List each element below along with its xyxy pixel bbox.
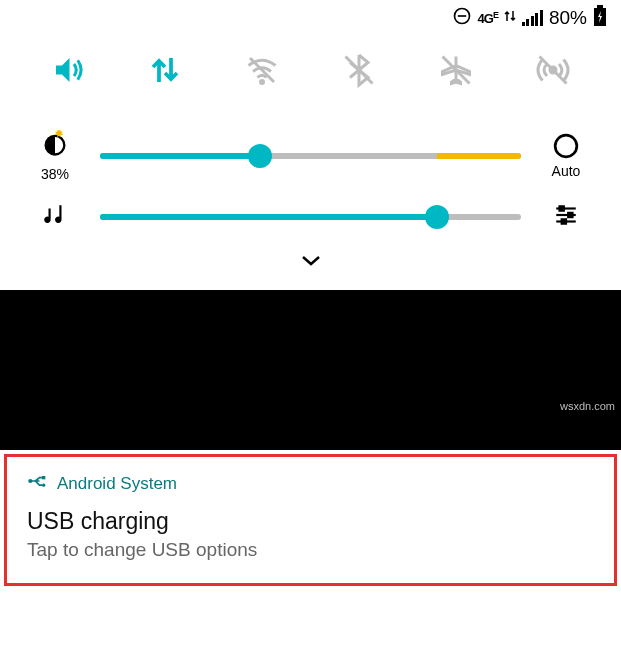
data-arrows-icon: [504, 9, 516, 27]
music-note-icon: [42, 202, 68, 232]
brightness-percent-label: 38%: [41, 166, 69, 182]
svg-rect-16: [568, 213, 572, 217]
usb-notification[interactable]: Android System USB charging Tap to chang…: [4, 454, 617, 586]
svg-point-11: [555, 135, 577, 157]
watermark: wsxdn.com: [560, 400, 615, 412]
equalizer-icon: [553, 202, 579, 232]
usb-icon: [27, 471, 47, 496]
bluetooth-toggle[interactable]: [339, 50, 379, 90]
mobile-data-toggle[interactable]: [145, 50, 185, 90]
hotspot-toggle[interactable]: [533, 50, 573, 90]
wifi-toggle[interactable]: [242, 50, 282, 90]
auto-brightness-toggle[interactable]: Auto: [541, 133, 591, 179]
notification-title: USB charging: [27, 508, 594, 535]
svg-point-20: [42, 484, 45, 487]
svg-rect-19: [42, 476, 45, 479]
notification-app-name: Android System: [57, 474, 177, 494]
brightness-row: 38% Auto: [0, 120, 621, 192]
chevron-down-icon: [299, 254, 323, 272]
volume-row: [0, 192, 621, 242]
dnd-icon: [452, 6, 472, 30]
brightness-slider-thumb[interactable]: [248, 144, 272, 168]
expand-panel-button[interactable]: [0, 242, 621, 290]
svg-point-4: [261, 81, 264, 84]
brightness-icon: [41, 130, 69, 162]
svg-rect-3: [597, 5, 603, 8]
quick-toggles-row: [0, 36, 621, 120]
signal-icon: [522, 10, 543, 26]
volume-slider-thumb[interactable]: [425, 205, 449, 229]
volume-icon-block: [30, 202, 80, 232]
auto-brightness-label: Auto: [552, 163, 581, 179]
sound-toggle[interactable]: [48, 50, 88, 90]
app-background: [0, 290, 621, 450]
notification-body: Tap to change USB options: [27, 539, 594, 561]
svg-rect-15: [560, 206, 564, 210]
network-type-icon: 4GE: [478, 10, 498, 26]
status-bar: 4GE 80%: [0, 0, 621, 36]
volume-slider[interactable]: [100, 214, 521, 220]
battery-charging-icon: [593, 5, 607, 31]
brightness-slider[interactable]: [100, 153, 521, 159]
svg-rect-17: [562, 219, 566, 223]
brightness-icon-block: 38%: [30, 130, 80, 182]
sound-settings-button[interactable]: [541, 202, 591, 232]
airplane-mode-toggle[interactable]: [436, 50, 476, 90]
battery-percent: 80%: [549, 7, 587, 29]
